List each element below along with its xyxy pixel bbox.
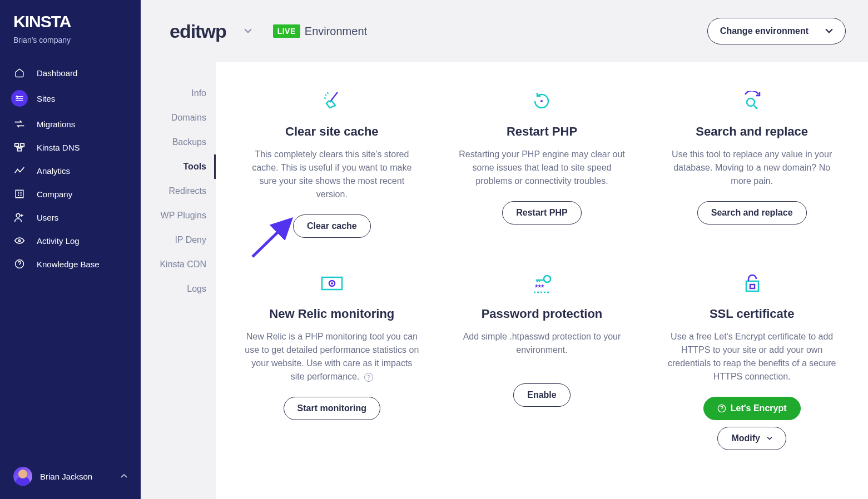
svg-rect-2 bbox=[18, 148, 22, 151]
nav-label: Analytics bbox=[37, 166, 70, 176]
subnav-info[interactable]: Info bbox=[141, 81, 216, 106]
nav-migrations[interactable]: Migrations bbox=[0, 112, 141, 136]
nav-label: Users bbox=[37, 213, 58, 222]
nav-label: Activity Log bbox=[37, 236, 80, 246]
svg-rect-1 bbox=[21, 143, 24, 146]
subnav-wp-plugins[interactable]: WP Plugins bbox=[141, 203, 216, 228]
sites-icon bbox=[11, 90, 28, 107]
user-bar[interactable]: Brian Jackson bbox=[0, 460, 141, 492]
password-icon: *** bbox=[529, 270, 554, 297]
nav-dns[interactable]: Kinsta DNS bbox=[0, 136, 141, 159]
users-icon bbox=[13, 211, 26, 223]
start-monitoring-button[interactable]: Start monitoring bbox=[284, 397, 380, 420]
enable-password-button[interactable]: Enable bbox=[513, 383, 570, 407]
svg-point-9 bbox=[747, 98, 755, 106]
modify-ssl-button[interactable]: Modify bbox=[717, 427, 786, 450]
card-desc: Use this tool to replace any value in yo… bbox=[663, 148, 840, 188]
button-label: Let's Encrypt bbox=[731, 403, 787, 413]
eye-icon bbox=[13, 234, 26, 247]
card-new-relic: New Relic monitoring New Relic is a PHP … bbox=[227, 270, 437, 482]
subnav-domains[interactable]: Domains bbox=[141, 106, 216, 130]
subnav-ip-deny[interactable]: IP Deny bbox=[141, 228, 216, 252]
svg-point-4 bbox=[16, 213, 20, 217]
brand-logo: KINSTA bbox=[0, 12, 141, 36]
lets-encrypt-button[interactable]: Let's Encrypt bbox=[703, 397, 801, 420]
subnav-logs[interactable]: Logs bbox=[141, 277, 216, 301]
nav-dashboard[interactable]: Dashboard bbox=[0, 61, 141, 84]
company-label: Brian's company bbox=[0, 36, 141, 61]
analytics-icon bbox=[13, 164, 26, 177]
dns-icon bbox=[13, 141, 26, 153]
subnav-tools[interactable]: Tools bbox=[141, 154, 216, 179]
help-circle-icon[interactable]: ? bbox=[364, 373, 373, 382]
restart-php-button[interactable]: Restart PHP bbox=[502, 201, 581, 224]
svg-point-5 bbox=[18, 239, 20, 241]
card-desc: Use a free Let's Encrypt certificate to … bbox=[663, 330, 840, 383]
home-icon bbox=[13, 67, 26, 79]
subnav-cdn[interactable]: Kinsta CDN bbox=[141, 252, 216, 277]
site-name: editwp bbox=[170, 21, 226, 42]
chevron-down-icon bbox=[825, 28, 833, 34]
migrations-icon bbox=[13, 118, 26, 130]
chevron-down-icon[interactable] bbox=[244, 28, 252, 34]
svg-point-13 bbox=[544, 276, 550, 282]
nav-activity[interactable]: Activity Log bbox=[0, 229, 141, 252]
svg-rect-15 bbox=[746, 281, 758, 291]
svg-rect-0 bbox=[15, 143, 19, 146]
body: Info Domains Backups Tools Redirects WP … bbox=[141, 62, 868, 499]
card-title: Restart PHP bbox=[507, 124, 577, 139]
monitoring-icon bbox=[320, 270, 344, 297]
nav-label: Company bbox=[37, 189, 72, 199]
sidebar: KINSTA Brian's company Dashboard Sites M… bbox=[0, 0, 141, 499]
chevron-down-icon bbox=[767, 436, 772, 441]
card-desc: Add simple .htpasswd protection to your … bbox=[454, 330, 631, 370]
card-desc: This completely clears this site's store… bbox=[244, 148, 420, 201]
nav-users[interactable]: Users bbox=[0, 206, 141, 229]
tools-content: Clear site cache This completely clears … bbox=[216, 62, 868, 499]
chevron-up-icon bbox=[121, 474, 127, 478]
broom-sparkle-icon bbox=[321, 88, 343, 114]
card-title: SSL certificate bbox=[710, 307, 794, 321]
card-title: Search and replace bbox=[696, 124, 808, 139]
subnav-backups[interactable]: Backups bbox=[141, 130, 216, 154]
button-label: Modify bbox=[731, 433, 760, 443]
svg-point-12 bbox=[331, 282, 333, 285]
restart-icon bbox=[532, 88, 552, 114]
change-environment-button[interactable]: Change environment bbox=[707, 18, 846, 44]
button-label: Change environment bbox=[720, 26, 809, 36]
svg-rect-16 bbox=[750, 285, 755, 288]
help-circle-icon bbox=[717, 404, 726, 413]
svg-point-8 bbox=[540, 100, 543, 102]
card-title: Clear site cache bbox=[285, 124, 379, 139]
card-clear-cache: Clear site cache This completely clears … bbox=[227, 88, 437, 270]
ssl-lock-icon bbox=[738, 270, 765, 297]
company-icon bbox=[13, 188, 26, 200]
card-ssl: SSL certificate Use a free Let's Encrypt… bbox=[647, 270, 857, 482]
user-name: Brian Jackson bbox=[40, 472, 92, 481]
nav-analytics[interactable]: Analytics bbox=[0, 159, 141, 182]
avatar bbox=[13, 467, 32, 486]
nav-sites[interactable]: Sites bbox=[0, 84, 141, 112]
card-password: *** Password protection Add simple .htpa… bbox=[437, 270, 647, 482]
svg-text:***: *** bbox=[535, 283, 544, 292]
subnav-redirects[interactable]: Redirects bbox=[141, 179, 216, 203]
card-title: Password protection bbox=[482, 307, 603, 321]
env-label: Environment bbox=[305, 25, 367, 38]
search-replace-icon bbox=[740, 88, 764, 114]
help-icon bbox=[13, 258, 26, 270]
card-title: New Relic monitoring bbox=[269, 307, 394, 321]
nav-label: Knowledge Base bbox=[37, 260, 100, 269]
nav-label: Sites bbox=[37, 94, 55, 103]
card-desc: Restarting your PHP engine may clear out… bbox=[454, 148, 631, 188]
env-badge: LIVE bbox=[273, 24, 300, 38]
nav-kb[interactable]: Knowledge Base bbox=[0, 252, 141, 276]
nav-company[interactable]: Company bbox=[0, 182, 141, 206]
card-search-replace: Search and replace Use this tool to repl… bbox=[647, 88, 857, 270]
topbar: editwp LIVE Environment Change environme… bbox=[141, 0, 868, 62]
tools-cards: Clear site cache This completely clears … bbox=[227, 88, 857, 482]
main: editwp LIVE Environment Change environme… bbox=[141, 0, 868, 499]
site-subnav: Info Domains Backups Tools Redirects WP … bbox=[141, 62, 216, 499]
clear-cache-button[interactable]: Clear cache bbox=[293, 214, 371, 238]
search-replace-button[interactable]: Search and replace bbox=[697, 201, 807, 224]
card-restart-php: Restart PHP Restarting your PHP engine m… bbox=[437, 88, 647, 270]
